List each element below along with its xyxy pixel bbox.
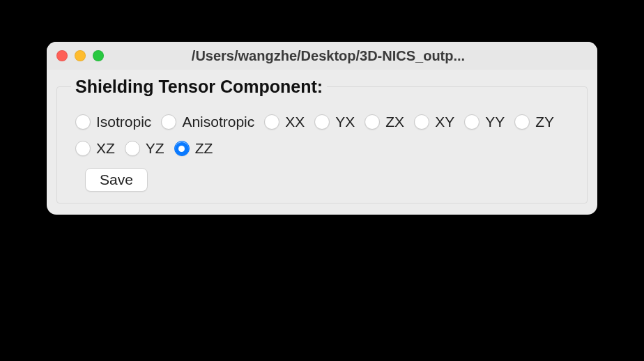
- radio-item-anisotropic[interactable]: Anisotropic: [161, 114, 254, 130]
- radio-item-yz[interactable]: YZ: [125, 140, 164, 157]
- radio-indicator-icon: [514, 114, 530, 130]
- radio-item-isotropic[interactable]: Isotropic: [75, 114, 151, 130]
- radio-label: YX: [335, 114, 355, 130]
- radio-item-yx[interactable]: YX: [314, 114, 355, 130]
- radio-item-zy[interactable]: ZY: [514, 114, 554, 130]
- radio-label: YY: [485, 114, 505, 130]
- radio-item-zz[interactable]: ZZ: [174, 140, 213, 157]
- radio-item-xz[interactable]: XZ: [75, 140, 115, 157]
- radio-indicator-icon: [264, 114, 279, 130]
- zoom-icon[interactable]: [93, 50, 104, 61]
- radio-indicator-icon: [161, 114, 176, 130]
- save-button[interactable]: Save: [85, 168, 148, 192]
- radio-item-zx[interactable]: ZX: [365, 114, 404, 130]
- radio-label: ZY: [535, 114, 554, 130]
- titlebar: /Users/wangzhe/Desktop/3D-NICS_outp...: [47, 42, 597, 70]
- window-title: /Users/wangzhe/Desktop/3D-NICS_outp...: [111, 48, 588, 64]
- radio-label: ZZ: [195, 140, 213, 157]
- close-icon[interactable]: [56, 50, 68, 61]
- radio-label: XZ: [96, 140, 115, 157]
- radio-label: YZ: [146, 140, 164, 157]
- radio-label: Isotropic: [96, 114, 151, 130]
- radio-indicator-icon: [125, 141, 140, 156]
- radio-indicator-icon: [314, 114, 330, 130]
- radio-indicator-icon: [365, 114, 380, 130]
- tensor-fieldset: Shielding Tensor Component: IsotropicAni…: [56, 77, 588, 203]
- radio-item-xy[interactable]: XY: [414, 114, 454, 130]
- radio-item-xx[interactable]: XX: [264, 114, 305, 130]
- radio-label: XX: [285, 114, 305, 130]
- radio-label: Anisotropic: [182, 114, 254, 130]
- traffic-lights: [56, 50, 104, 61]
- fieldset-legend: Shielding Tensor Component:: [71, 77, 327, 97]
- tensor-radios: IsotropicAnisotropicXXYXZXXYYYZYXZYZZZ: [71, 109, 573, 165]
- radio-label: ZX: [385, 114, 404, 130]
- minimize-icon[interactable]: [75, 50, 86, 61]
- radio-indicator-icon: [75, 114, 91, 130]
- radio-label: XY: [435, 114, 454, 130]
- radio-item-yy[interactable]: YY: [464, 114, 505, 130]
- radio-indicator-icon: [75, 141, 91, 156]
- radio-indicator-icon: [464, 114, 480, 130]
- actions: Save: [71, 165, 573, 192]
- radio-indicator-icon: [174, 141, 190, 156]
- radio-indicator-icon: [414, 114, 429, 130]
- dialog-window: /Users/wangzhe/Desktop/3D-NICS_outp... S…: [47, 42, 597, 215]
